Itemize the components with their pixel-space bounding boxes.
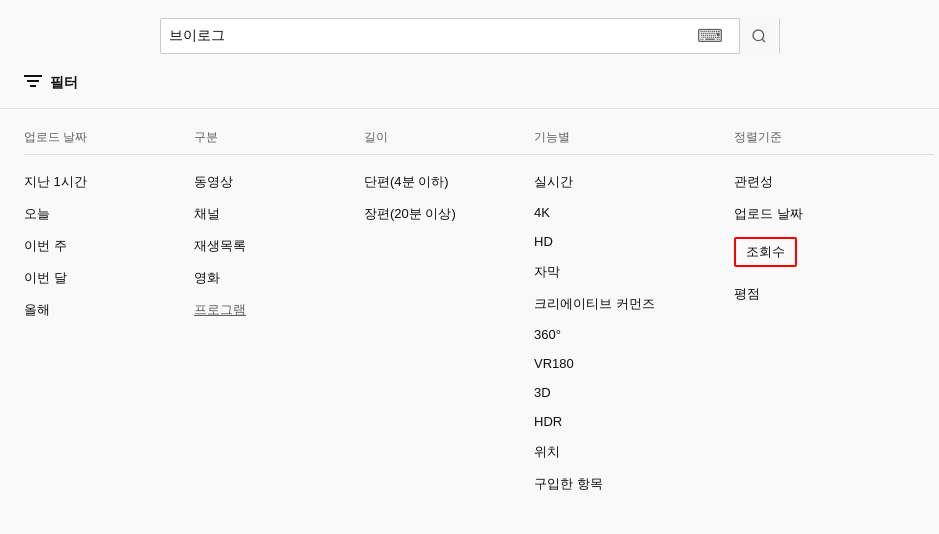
filter-item-purchased[interactable]: 구입한 항목 — [534, 475, 734, 493]
column-header-length: 길이 — [364, 129, 534, 155]
filter-item-long[interactable]: 장편(20분 이상) — [364, 205, 534, 223]
filter-item-location[interactable]: 위치 — [534, 443, 734, 461]
filter-column-features: 기능별 실시간 4K HD 자막 크리에이티브 커먼즈 360° VR180 3… — [534, 129, 734, 507]
filter-item-upload-date-sort[interactable]: 업로드 날짜 — [734, 205, 934, 223]
filter-item-today[interactable]: 오늘 — [24, 205, 194, 223]
filter-item-playlist[interactable]: 재생목록 — [194, 237, 364, 255]
filter-icon — [24, 74, 42, 92]
search-icon — [751, 28, 767, 44]
filter-column-type: 구분 동영상 채널 재생목록 영화 프로그램 — [194, 129, 364, 507]
filter-item-cc[interactable]: 크리에이티브 커먼즈 — [534, 295, 734, 313]
filter-item-short[interactable]: 단편(4분 이하) — [364, 173, 534, 191]
arrow-container: 조회수 — [734, 237, 934, 281]
filter-item-this-year[interactable]: 올해 — [24, 301, 194, 319]
filter-item-view-count[interactable]: 조회수 — [734, 237, 797, 267]
search-input[interactable] — [169, 28, 697, 44]
filter-item-360[interactable]: 360° — [534, 327, 734, 342]
filter-grid: 업로드 날짜 지난 1시간 오늘 이번 주 이번 달 올해 구분 동영상 채널 … — [0, 109, 939, 527]
filter-header: 필터 — [0, 64, 939, 109]
filter-item-program[interactable]: 프로그램 — [194, 301, 364, 319]
filter-item-live[interactable]: 실시간 — [534, 173, 734, 191]
filter-item-4k[interactable]: 4K — [534, 205, 734, 220]
filter-item-hdr[interactable]: HDR — [534, 414, 734, 429]
filter-item-channel[interactable]: 채널 — [194, 205, 364, 223]
filter-item-subtitles[interactable]: 자막 — [534, 263, 734, 281]
search-button[interactable] — [739, 18, 779, 54]
filter-item-rating[interactable]: 평점 — [734, 285, 934, 303]
filter-column-sort: 정렬기준 관련성 업로드 날짜 조회수 평점 — [734, 129, 934, 507]
filter-item-this-week[interactable]: 이번 주 — [24, 237, 194, 255]
svg-line-1 — [762, 39, 765, 42]
filter-title: 필터 — [50, 74, 78, 92]
column-header-upload-date: 업로드 날짜 — [24, 129, 194, 155]
filter-item-vr180[interactable]: VR180 — [534, 356, 734, 371]
filter-item-3d[interactable]: 3D — [534, 385, 734, 400]
column-header-features: 기능별 — [534, 129, 734, 155]
column-header-type: 구분 — [194, 129, 364, 155]
svg-point-0 — [753, 30, 764, 41]
red-arrow — [929, 192, 939, 255]
filter-column-length: 길이 단편(4분 이하) 장편(20분 이상) — [364, 129, 534, 507]
filter-item-last-hour[interactable]: 지난 1시간 — [24, 173, 194, 191]
search-bar: ⌨ — [160, 18, 780, 54]
filter-item-hd[interactable]: HD — [534, 234, 734, 249]
filter-item-relevance[interactable]: 관련성 — [734, 173, 934, 191]
column-header-sort: 정렬기준 — [734, 129, 934, 155]
filter-item-video[interactable]: 동영상 — [194, 173, 364, 191]
filter-item-movie[interactable]: 영화 — [194, 269, 364, 287]
filter-column-upload-date: 업로드 날짜 지난 1시간 오늘 이번 주 이번 달 올해 — [24, 129, 194, 507]
keyboard-icon[interactable]: ⌨ — [697, 25, 723, 47]
search-bar-container: ⌨ — [0, 0, 939, 64]
filter-item-this-month[interactable]: 이번 달 — [24, 269, 194, 287]
